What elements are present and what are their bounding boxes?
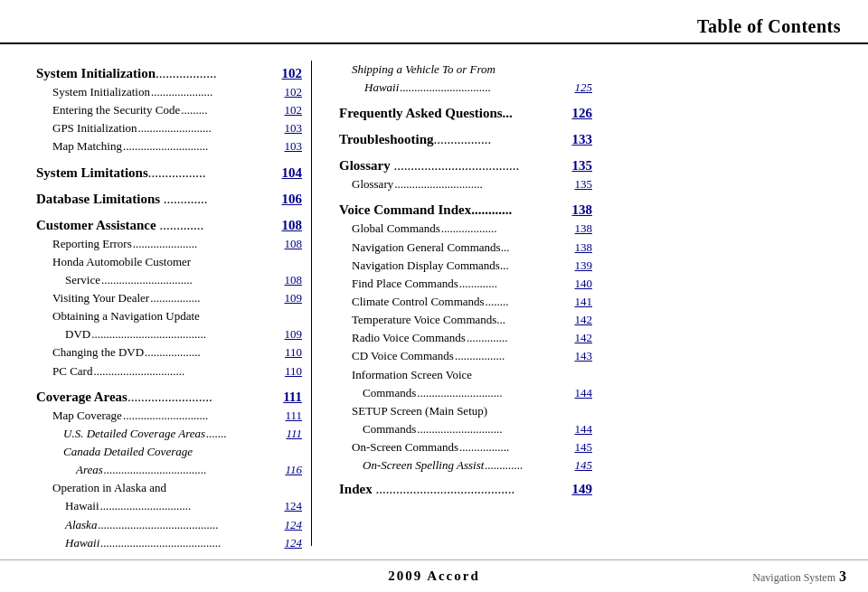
list-item: Operation in Alaska and [36, 479, 302, 497]
section-index: Index ..................................… [339, 482, 592, 497]
footer-model: 2009 Accord [388, 569, 480, 584]
list-item: Map Coverage............................… [36, 407, 302, 425]
section-voice-command-index: Voice Command Index............ 138 [339, 202, 592, 218]
list-item: Climate Control Commands........141 [339, 293, 592, 311]
section-label: Database Limitations ............. [36, 192, 208, 207]
list-item: Find Place Commands.............140 [339, 275, 592, 293]
list-item: Reporting Errors......................10… [36, 235, 302, 253]
list-item: Changing the DVD...................110 [36, 343, 302, 362]
list-item: Navigation General Commands...138 [339, 239, 592, 257]
section-label: Customer Assistance ............. [36, 218, 203, 233]
section-glossary: Glossary ...............................… [339, 158, 592, 174]
section-system-initialization: System Initialization.................. … [36, 66, 302, 81]
section-label: Index ..................................… [339, 482, 514, 497]
list-item: Canada Detailed Coverage [36, 443, 302, 461]
list-item: Entering the Security Code.........102 [36, 101, 302, 119]
content-area: System Initialization.................. … [0, 44, 868, 546]
section-faq: Frequently Asked Questions... 126 [339, 106, 592, 121]
list-item: Temperature Voice Commands...142 [339, 311, 592, 329]
list-item: On-Screen Commands.................145 [339, 438, 592, 456]
list-item: Commands.............................144 [339, 384, 592, 402]
section-system-limitations: System Limitations................. 104 [36, 165, 302, 181]
right-column: Shipping a Vehicle To or From Hawaii....… [312, 61, 601, 546]
section-label: System Limitations................. [36, 165, 206, 181]
list-item: U.S. Detailed Coverage Areas.......111 [36, 425, 302, 443]
list-item: Alaska..................................… [36, 516, 302, 534]
list-item: Honda Automobile Customer [36, 253, 302, 271]
section-troubleshooting: Troubleshooting................. 133 [339, 132, 592, 147]
list-item: Glossary..............................13… [339, 175, 592, 193]
section-database-limitations: Database Limitations ............. 106 [36, 192, 302, 207]
left-column: System Initialization.................. … [0, 61, 312, 546]
list-item: Map Matching............................… [36, 137, 302, 155]
list-item: Hawaii...............................124 [36, 497, 302, 515]
list-item: PC Card...............................11… [36, 362, 302, 381]
list-item: CD Voice Commands.................143 [339, 347, 592, 365]
list-item: Radio Voice Commands..............142 [339, 329, 592, 347]
list-item: On-Screen Spelling Assist.............14… [339, 456, 592, 475]
list-item: Service...............................10… [36, 271, 302, 289]
page-header: Table of Contents [0, 0, 868, 44]
list-item: GPS Initialization......................… [36, 119, 302, 137]
section-coverage-areas: Coverage Areas......................... … [36, 390, 302, 405]
list-item: Information Screen Voice [339, 366, 592, 384]
footer-nav-label: Navigation System [752, 571, 835, 585]
list-item: Shipping a Vehicle To or From [339, 61, 592, 79]
page-title: Table of Contents [697, 16, 841, 36]
list-item: DVD.....................................… [36, 325, 302, 343]
footer-nav-info: Navigation System 3 [752, 569, 846, 585]
section-label: Glossary ...............................… [339, 158, 519, 174]
section-label: System Initialization.................. [36, 66, 217, 81]
section-customer-assistance: Customer Assistance ............. 108 [36, 218, 302, 233]
list-item: Global Commands...................138 [339, 220, 592, 238]
list-item: Hawaii...............................125 [339, 79, 592, 97]
list-item: Areas...................................… [36, 461, 302, 479]
footer-page-number: 3 [839, 569, 846, 585]
section-label: Frequently Asked Questions... [339, 106, 513, 121]
list-item: System Initialization...................… [36, 83, 302, 101]
list-item: Commands.............................144 [339, 420, 592, 438]
list-item: SETUP Screen (Main Setup) [339, 402, 592, 420]
section-label: Voice Command Index............ [339, 202, 512, 218]
list-item: Navigation Display Commands...139 [339, 257, 592, 275]
list-item: Obtaining a Navigation Update [36, 307, 302, 325]
list-item: Visiting Your Dealer.................109 [36, 289, 302, 307]
section-label: Coverage Areas......................... [36, 390, 212, 405]
section-label: Troubleshooting................. [339, 132, 491, 147]
page-footer: 2009 Accord Navigation System 3 [0, 559, 868, 592]
list-item: Hawaii..................................… [36, 534, 302, 552]
